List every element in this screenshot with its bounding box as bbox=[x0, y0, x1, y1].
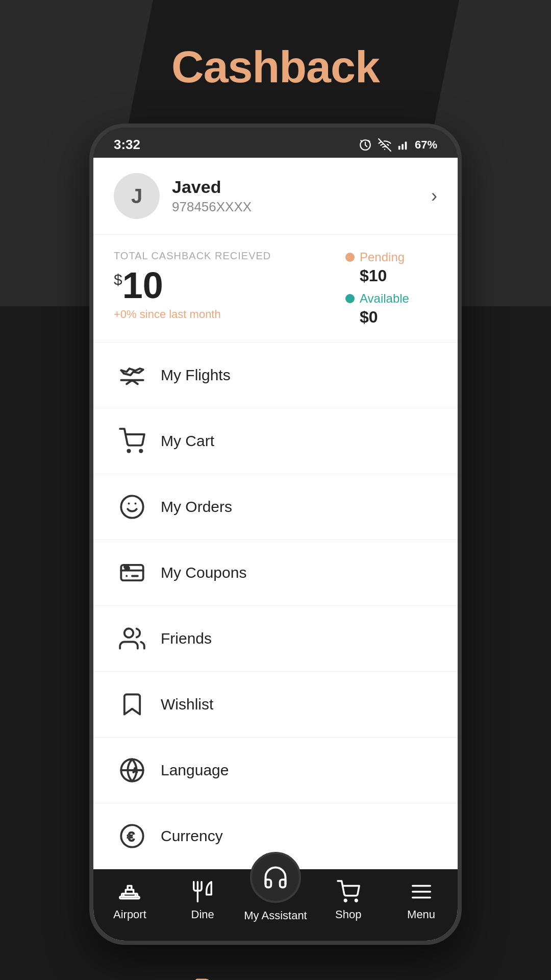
cart-icon bbox=[114, 423, 151, 459]
nav-label-my-assistant: My Assistant bbox=[244, 909, 307, 922]
menu-label-wishlist: Wishlist bbox=[161, 696, 213, 713]
pending-amount: $10 bbox=[345, 266, 437, 285]
menu-nav-icon bbox=[408, 878, 435, 905]
menu-label-friends: Friends bbox=[161, 630, 212, 647]
cashback-since: +0% since last month bbox=[114, 308, 325, 321]
menu-label-my-flights: My Flights bbox=[161, 366, 231, 384]
available-status: Available $0 bbox=[345, 291, 437, 327]
brand-name: TRAVELX bbox=[231, 975, 360, 980]
nav-item-airport[interactable]: Airport bbox=[93, 878, 166, 921]
assistant-button[interactable] bbox=[250, 852, 301, 903]
bottom-nav: Airport Dine bbox=[93, 869, 458, 941]
nav-label-dine: Dine bbox=[191, 908, 214, 921]
friends-icon bbox=[114, 620, 151, 657]
menu-label-currency: Currency bbox=[161, 827, 223, 845]
alarm-icon bbox=[359, 138, 372, 152]
menu-item-my-coupons[interactable]: % My Coupons bbox=[93, 540, 458, 606]
nav-label-shop: Shop bbox=[335, 908, 361, 921]
dine-nav-icon bbox=[189, 878, 216, 905]
svg-point-29 bbox=[344, 899, 346, 901]
branding: TRAVELX bbox=[192, 975, 360, 980]
total-cashback: TOTAL CASHBACK RECIEVED $ 10 +0% since l… bbox=[114, 250, 325, 321]
menu-item-wishlist[interactable]: Wishlist bbox=[93, 672, 458, 738]
svg-text:%: % bbox=[124, 565, 130, 571]
svg-line-1 bbox=[361, 140, 362, 141]
nav-item-dine[interactable]: Dine bbox=[166, 878, 239, 921]
cashback-section: TOTAL CASHBACK RECIEVED $ 10 +0% since l… bbox=[93, 235, 458, 342]
menu-list: My Flights My Cart My Orders % bbox=[93, 342, 458, 869]
cashback-label: TOTAL CASHBACK RECIEVED bbox=[114, 250, 325, 262]
profile-info: Javed 978456XXXX bbox=[172, 177, 431, 215]
nav-item-menu[interactable]: Menu bbox=[385, 878, 458, 921]
headset-icon bbox=[262, 864, 289, 891]
wifi-icon bbox=[378, 138, 391, 152]
nav-item-my-assistant[interactable]: My Assistant bbox=[239, 877, 312, 922]
menu-item-friends[interactable]: Friends bbox=[93, 606, 458, 672]
nav-label-menu: Menu bbox=[407, 908, 435, 921]
status-time: 3:32 bbox=[114, 137, 140, 153]
svg-point-30 bbox=[355, 899, 357, 901]
menu-item-language[interactable]: A Language bbox=[93, 738, 458, 803]
svg-point-7 bbox=[140, 450, 142, 452]
profile-phone: 978456XXXX bbox=[172, 199, 431, 215]
phone-mockup: 3:32 67% J bbox=[89, 124, 462, 945]
svg-point-16 bbox=[124, 629, 133, 638]
svg-text:A: A bbox=[133, 767, 137, 773]
menu-label-my-cart: My Cart bbox=[161, 432, 214, 450]
available-dot bbox=[345, 294, 355, 303]
svg-point-6 bbox=[128, 450, 130, 452]
cashback-dollar-sign: $ bbox=[114, 271, 122, 288]
pending-label: Pending bbox=[360, 250, 405, 264]
menu-label-my-coupons: My Coupons bbox=[161, 564, 246, 581]
profile-section[interactable]: J Javed 978456XXXX › bbox=[93, 158, 458, 235]
page-title: Cashback bbox=[171, 41, 380, 93]
orders-icon bbox=[114, 488, 151, 525]
profile-name: Javed bbox=[172, 177, 431, 197]
svg-point-8 bbox=[121, 496, 143, 518]
signal-icon bbox=[397, 139, 409, 151]
svg-rect-24 bbox=[128, 886, 132, 890]
status-icons: 67% bbox=[359, 138, 437, 152]
status-bar: 3:32 67% bbox=[93, 128, 458, 158]
cashback-amount-value: 10 bbox=[122, 267, 163, 304]
pending-dot bbox=[345, 253, 355, 262]
coupon-icon: % bbox=[114, 554, 151, 591]
language-icon: A bbox=[114, 752, 151, 789]
svg-text:€: € bbox=[127, 829, 135, 844]
svg-line-2 bbox=[368, 140, 369, 141]
shop-nav-icon bbox=[335, 878, 362, 905]
cashback-status: Pending $10 Available $0 bbox=[345, 250, 437, 327]
menu-label-language: Language bbox=[161, 762, 229, 779]
travelx-logo-icon bbox=[192, 975, 222, 980]
menu-item-my-flights[interactable]: My Flights bbox=[93, 342, 458, 408]
flights-icon bbox=[114, 357, 151, 394]
cashback-amount: $ 10 bbox=[114, 267, 325, 304]
pending-status: Pending $10 bbox=[345, 250, 437, 285]
menu-item-my-orders[interactable]: My Orders bbox=[93, 474, 458, 540]
profile-chevron-icon[interactable]: › bbox=[431, 185, 437, 207]
airport-nav-icon bbox=[116, 878, 143, 905]
currency-icon: € bbox=[114, 818, 151, 854]
svg-rect-4 bbox=[402, 144, 404, 150]
avatar: J bbox=[114, 173, 160, 219]
available-amount: $0 bbox=[345, 308, 437, 327]
wishlist-icon bbox=[114, 686, 151, 723]
svg-rect-3 bbox=[398, 145, 400, 149]
nav-item-shop[interactable]: Shop bbox=[312, 878, 385, 921]
battery-indicator: 67% bbox=[415, 138, 437, 152]
menu-label-my-orders: My Orders bbox=[161, 498, 232, 516]
phone-content: J Javed 978456XXXX › TOTAL CASHBACK RECI… bbox=[93, 158, 458, 941]
svg-rect-5 bbox=[405, 141, 407, 150]
svg-rect-25 bbox=[120, 897, 139, 899]
available-label: Available bbox=[360, 291, 409, 306]
nav-label-airport: Airport bbox=[113, 908, 146, 921]
menu-item-my-cart[interactable]: My Cart bbox=[93, 408, 458, 474]
